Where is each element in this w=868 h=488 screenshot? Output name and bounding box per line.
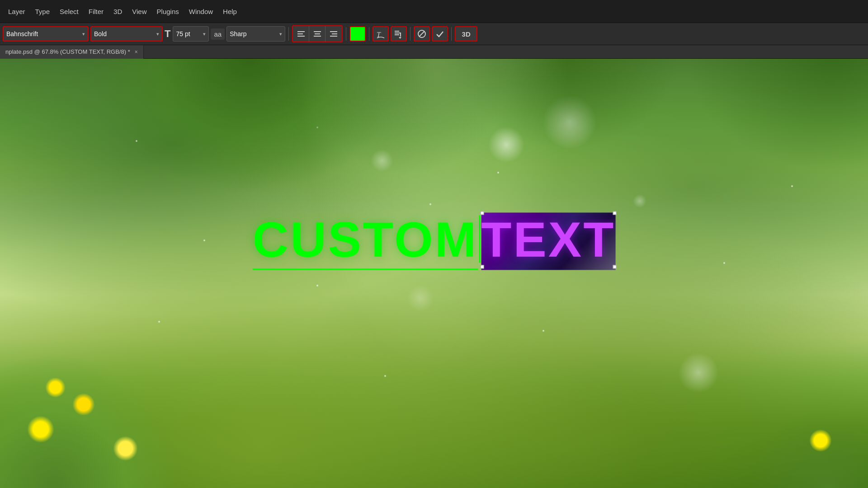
sparkle-8: [384, 375, 386, 377]
separator-2: [346, 27, 346, 41]
align-left-button[interactable]: [293, 26, 309, 42]
align-group: [292, 25, 343, 42]
3d-label: 3D: [462, 30, 471, 38]
3d-button[interactable]: 3D: [455, 26, 477, 42]
svg-rect-2: [297, 36, 305, 37]
font-size-group: T 75 pt ▾: [165, 26, 209, 42]
foliage-bottom-left: [0, 352, 181, 488]
confirm-icon: [435, 29, 445, 39]
menu-type[interactable]: Type: [31, 5, 55, 18]
separator-3: [369, 27, 369, 41]
antialiasing-dropdown[interactable]: Sharp ▾: [226, 26, 285, 42]
tab-label: nplate.psd @ 67.8% (CUSTOM TEXT, RGB/8) …: [5, 48, 130, 55]
flower-5: [809, 429, 832, 452]
font-style-arrow: ▾: [156, 31, 159, 37]
align-left-icon: [297, 30, 306, 38]
menu-filter[interactable]: Filter: [84, 5, 108, 18]
sparkle-12: [429, 203, 431, 205]
svg-rect-12: [395, 34, 399, 35]
warp-text-icon: T: [376, 29, 386, 39]
font-family-dropdown[interactable]: Bahnschrift ▾: [3, 26, 89, 42]
selection-handle-bl[interactable]: [480, 265, 484, 269]
menu-view[interactable]: View: [127, 5, 151, 18]
font-style-dropdown[interactable]: Bold ▾: [90, 26, 163, 42]
align-right-icon: [329, 30, 338, 38]
canvas-area[interactable]: CUSTOM TEXT: [0, 59, 868, 488]
flower-2: [72, 393, 95, 416]
font-size-arrow: ▾: [203, 31, 206, 37]
font-style-value: Bold: [94, 30, 107, 38]
svg-rect-8: [330, 36, 337, 37]
sparkle-9: [723, 262, 725, 264]
selection-handle-br[interactable]: [613, 265, 616, 269]
menu-window[interactable]: Window: [184, 5, 217, 18]
font-size-input[interactable]: 75 pt ▾: [173, 26, 209, 42]
menu-plugins[interactable]: Plugins: [152, 5, 184, 18]
separator-4: [410, 27, 410, 41]
tab-close-button[interactable]: ×: [135, 49, 138, 55]
sparkle-6: [542, 330, 544, 332]
text-underline: [253, 269, 478, 270]
aa-button[interactable]: aa: [211, 28, 225, 40]
warp-text-button[interactable]: T: [373, 26, 389, 42]
sparkle-10: [791, 185, 793, 187]
svg-marker-14: [399, 37, 401, 39]
align-center-icon: [313, 30, 322, 38]
text-size-icon: T: [165, 28, 170, 40]
tab-bar: nplate.psd @ 67.8% (CUSTOM TEXT, RGB/8) …: [0, 45, 868, 59]
menu-layer[interactable]: Layer: [4, 5, 30, 18]
svg-rect-6: [330, 31, 337, 32]
confirm-button[interactable]: [432, 26, 448, 42]
svg-rect-11: [395, 33, 401, 33]
cancel-button[interactable]: [414, 26, 430, 42]
sparkle-11: [158, 321, 160, 323]
svg-line-16: [419, 31, 425, 37]
sparkle-4: [316, 285, 318, 286]
svg-rect-4: [315, 33, 320, 34]
flower-1: [27, 416, 54, 443]
text-selected-label: TEXT: [481, 211, 615, 267]
text-custom-label: CUSTOM: [253, 211, 478, 267]
cancel-icon: [417, 29, 427, 39]
document-tab[interactable]: nplate.psd @ 67.8% (CUSTOM TEXT, RGB/8) …: [0, 45, 144, 59]
menu-3d[interactable]: 3D: [109, 5, 127, 18]
menu-select[interactable]: Select: [55, 5, 83, 18]
paragraph-panel-icon: [394, 29, 404, 39]
align-right-button[interactable]: [326, 26, 342, 42]
svg-rect-10: [395, 31, 399, 32]
foliage-top-right: [687, 59, 868, 172]
foliage-bottom-right: [732, 398, 868, 488]
svg-rect-7: [332, 33, 337, 34]
selection-handle-tr[interactable]: [613, 211, 616, 215]
selection-handle-tl[interactable]: [480, 211, 484, 215]
text-color-swatch[interactable]: [349, 26, 366, 42]
menu-help[interactable]: Help: [218, 5, 241, 18]
menu-bar: Layer Type Select Filter 3D View Plugins…: [0, 0, 868, 23]
text-selected-group: TEXT: [481, 211, 615, 268]
svg-rect-13: [400, 33, 401, 37]
font-size-value: 75 pt: [176, 30, 190, 38]
svg-rect-1: [297, 33, 303, 34]
paragraph-panel-button[interactable]: [391, 26, 407, 42]
antialiasing-arrow: ▾: [279, 31, 282, 37]
sparkle-3: [203, 239, 205, 241]
antialiasing-value: Sharp: [230, 30, 246, 38]
font-family-value: Bahnschrift: [6, 30, 38, 38]
flower-4: [45, 377, 66, 398]
svg-rect-0: [297, 31, 305, 32]
svg-rect-5: [314, 36, 321, 37]
separator-5: [451, 27, 452, 41]
canvas-text[interactable]: CUSTOM TEXT: [253, 211, 616, 268]
svg-rect-3: [314, 31, 321, 32]
foliage-top-3: [452, 59, 678, 149]
text-tool-toolbar: Bahnschrift ▾ Bold ▾ T 75 pt ▾ aa Sharp …: [0, 23, 868, 45]
font-family-arrow: ▾: [82, 31, 85, 37]
flower-3: [113, 436, 138, 461]
text-cursor: [479, 216, 480, 263]
align-center-button[interactable]: [309, 26, 326, 42]
separator-1: [288, 27, 289, 41]
text-custom-part: CUSTOM: [253, 211, 478, 268]
